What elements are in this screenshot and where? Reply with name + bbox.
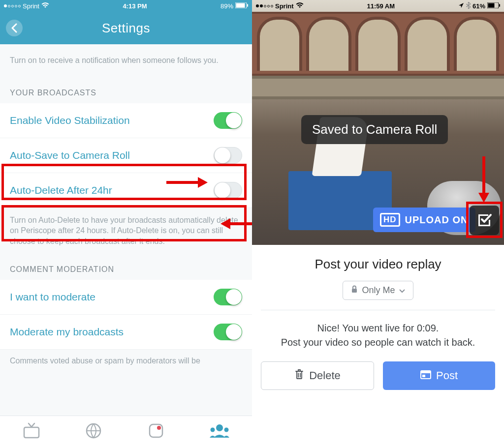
carrier-label: Sprint (275, 2, 294, 10)
clock-label: 11:59 AM (367, 2, 395, 10)
svg-rect-2 (247, 4, 248, 6)
toggle-autosave[interactable] (214, 147, 242, 164)
post-label: Post (436, 369, 458, 382)
saved-toast: Saved to Camera Roll (301, 115, 448, 144)
divider (261, 310, 495, 310)
toggle-autodelete[interactable] (214, 182, 242, 199)
post-message: Nice! You went live for 0:09. Post your … (281, 321, 475, 350)
status-bar: Sprint 4:13 PM 89% (0, 0, 252, 12)
hd-upload-button[interactable]: HD UPLOAD ON (373, 208, 475, 232)
follow-notification-help: Turn on to receive a notification when s… (0, 44, 252, 84)
signal-dots-icon (4, 4, 21, 7)
carrier-label: Sprint (23, 2, 39, 10)
checkbox-checked-icon (476, 212, 493, 229)
delete-button[interactable]: Delete (261, 361, 374, 390)
moderation-help: Comments voted abuse or spam by moderato… (0, 350, 252, 384)
row-moderate-broadcasts[interactable]: Moderate my broadcasts (0, 315, 252, 350)
chevron-left-icon (11, 23, 18, 33)
toggle-moderate-broadcasts[interactable] (214, 324, 242, 340)
tv-icon[interactable] (23, 422, 40, 441)
svg-rect-15 (488, 3, 494, 7)
video-preview: Saved to Camera Roll HD UPLOAD ON (252, 0, 504, 245)
autodelete-help: Turn on Auto-Delete to have your broadca… (0, 208, 252, 261)
location-icon (458, 2, 464, 10)
post-title: Post your video replay (315, 257, 441, 272)
row-label: Moderate my broadcasts (10, 326, 124, 338)
svg-rect-21 (421, 371, 431, 373)
svg-rect-19 (352, 289, 357, 293)
row-label: Enable Video Stabilization (10, 115, 130, 126)
battery-icon (487, 2, 500, 10)
row-video-stabilization[interactable]: Enable Video Stabilization (0, 103, 252, 138)
facebook-post-replay-screen: Sprint 11:59 AM 61% (252, 0, 504, 447)
toggle-video-stabilization[interactable] (214, 112, 242, 129)
row-autodelete-24hr[interactable]: Auto-Delete After 24hr (0, 173, 252, 208)
delete-label: Delete (309, 369, 341, 382)
svg-rect-1 (236, 3, 245, 7)
row-want-moderate[interactable]: I want to moderate (0, 280, 252, 315)
signal-dots-icon (256, 4, 273, 7)
battery-percent-label: 61% (472, 2, 485, 10)
svg-point-12 (211, 427, 215, 432)
post-panel: Post your video replay Only Me Nice! You… (252, 245, 504, 447)
bottom-nav (0, 416, 252, 447)
page-title: Settings (102, 21, 150, 36)
post-icon (420, 369, 431, 382)
svg-point-11 (216, 424, 223, 431)
wifi-icon (296, 2, 304, 10)
periscope-settings-screen: Sprint 4:13 PM 89% Settings Turn on to r… (0, 0, 252, 447)
nav-header: Settings (0, 12, 252, 44)
post-button[interactable]: Post (383, 361, 495, 390)
svg-rect-22 (422, 375, 425, 377)
people-icon[interactable] (210, 423, 229, 441)
upload-label: UPLOAD ON (405, 214, 469, 226)
globe-icon[interactable] (85, 422, 102, 441)
toggle-want-moderate[interactable] (214, 289, 242, 305)
battery-percent-label: 89% (220, 2, 233, 10)
trash-icon (294, 369, 304, 383)
svg-rect-7 (24, 427, 39, 438)
chevron-down-icon (399, 285, 405, 296)
settings-body: Turn on to receive a notification when s… (0, 44, 252, 416)
row-label: I want to moderate (10, 291, 95, 303)
svg-point-10 (157, 426, 161, 430)
row-label: Auto-Save to Camera Roll (10, 149, 130, 161)
broadcast-icon[interactable] (147, 422, 165, 442)
clock-label: 4:13 PM (123, 2, 147, 10)
section-header-broadcasts: YOUR BROADCASTS (0, 84, 252, 103)
lock-icon (351, 285, 358, 296)
back-button[interactable] (6, 20, 23, 36)
save-to-camera-roll-button[interactable] (470, 206, 499, 235)
row-autosave-camera-roll[interactable]: Auto-Save to Camera Roll (0, 138, 252, 173)
background-building (252, 12, 504, 76)
section-header-moderation: COMMENT MODERATION (0, 260, 252, 280)
wifi-icon (41, 2, 49, 10)
bluetooth-icon (466, 2, 471, 10)
privacy-label: Only Me (362, 285, 395, 296)
svg-rect-9 (150, 424, 162, 437)
svg-point-13 (224, 427, 229, 432)
privacy-selector[interactable]: Only Me (343, 281, 413, 300)
battery-icon (235, 2, 248, 10)
status-bar: Sprint 11:59 AM 61% (252, 0, 504, 12)
hd-icon: HD (380, 213, 400, 227)
row-label: Auto-Delete After 24hr (10, 184, 112, 196)
svg-rect-16 (499, 4, 500, 6)
